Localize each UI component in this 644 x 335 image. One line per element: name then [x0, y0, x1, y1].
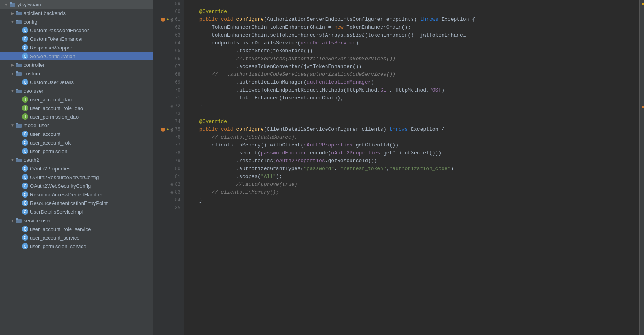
folder-icon	[9, 1, 16, 7]
sidebar-item-user_permission_dao[interactable]: Iuser_permission_dao	[0, 112, 153, 121]
sidebar-item-config[interactable]: config	[0, 17, 153, 26]
sidebar-item-OAuth2Properties[interactable]: COAuth2Properties	[0, 164, 153, 173]
class-icon: C	[22, 148, 28, 154]
interface-icon: I	[22, 96, 28, 103]
sidebar-item-apiclient-backends[interactable]: apiclient.backends	[0, 9, 153, 17]
sidebar-item-UserDetailsServiceImpl[interactable]: CUserDetailsServiceImpl	[0, 207, 153, 216]
sidebar-item-user_account_role_dao[interactable]: Iuser_account_role_dao	[0, 104, 153, 112]
folder-icon	[16, 217, 22, 223]
line-number: 59	[161, 0, 181, 8]
code-line: }	[187, 196, 636, 204]
sidebar-item-user_account_dao[interactable]: Iuser_account_dao	[0, 95, 153, 104]
annotation-marker: ●	[166, 16, 169, 24]
folder-icon	[16, 88, 22, 94]
line-number: ◉82	[161, 181, 181, 189]
interface-icon: I	[22, 113, 28, 120]
sidebar-item-oauth2[interactable]: oauth2	[0, 156, 153, 164]
sidebar-item-custom[interactable]: custom	[0, 69, 153, 78]
sidebar-item-user_account_role[interactable]: Cuser_account_role	[0, 138, 153, 147]
line-number: 74	[161, 118, 181, 126]
sidebar-item-label: user_account_service	[30, 235, 79, 241]
class-icon: C	[22, 226, 28, 232]
svg-rect-12	[16, 124, 22, 128]
class-icon: C	[22, 131, 28, 137]
sidebar-item-service-user[interactable]: service.user	[0, 216, 153, 225]
class-icon: C	[22, 191, 28, 198]
code-line: tokenEnhancerChain.setTokenEnhancers(Arr…	[187, 31, 636, 39]
sidebar-item-yb-yfw-iam[interactable]: yb.yfw.iam	[0, 0, 153, 9]
svg-rect-7	[16, 63, 18, 64]
sidebar-item-user_account[interactable]: Cuser_account	[0, 130, 153, 138]
breakpoint-dot	[161, 18, 165, 22]
sidebar-item-CustomTokenEnhancer[interactable]: CCustomTokenEnhancer	[0, 35, 153, 43]
code-line: //.tokenServices(authorizationServerToke…	[187, 55, 636, 63]
sidebar-item-label: yb.yfw.iam	[17, 2, 41, 7]
code-line: //.autoApprove(true)	[187, 181, 636, 189]
line-number: ●@75	[161, 126, 181, 134]
line-number: 84	[161, 196, 181, 204]
sidebar-item-label: user_account_dao	[30, 97, 72, 103]
sidebar-item-label: CustomTokenEnhancer	[30, 36, 83, 42]
sidebar-item-ResponseWrapper[interactable]: CResponseWrapper	[0, 43, 153, 52]
svg-rect-11	[16, 89, 18, 90]
line-number: 67	[161, 63, 181, 71]
sidebar-item-model-user[interactable]: model.user	[0, 121, 153, 130]
sidebar-item-label: oauth2	[24, 157, 39, 163]
class-icon: C	[22, 139, 28, 146]
sidebar-item-ResourceAuthenticationEntryPoint[interactable]: CResourceAuthenticationEntryPoint	[0, 199, 153, 207]
tree-arrow	[9, 158, 16, 162]
line-number: 62	[161, 24, 181, 31]
fold-indicator: ◉	[171, 189, 174, 196]
tree-arrow	[9, 218, 16, 223]
folder-icon	[16, 157, 22, 163]
svg-rect-9	[16, 71, 18, 73]
line-number: 80	[161, 165, 181, 173]
file-tree[interactable]: yb.yfw.iamapiclient.backendsconfigCCusto…	[0, 0, 153, 335]
class-icon: C	[22, 27, 28, 33]
sidebar-item-label: user_permission_service	[30, 243, 86, 249]
fold-indicator: ◉	[171, 181, 174, 189]
interface-icon: I	[22, 105, 28, 111]
code-line: @Override	[187, 8, 636, 16]
svg-rect-4	[16, 20, 22, 24]
tree-arrow	[9, 20, 16, 24]
sidebar-item-label: CustomUserDetails	[30, 79, 74, 85]
sidebar-item-user_permission[interactable]: Cuser_permission	[0, 147, 153, 156]
code-line: .authenticationManager(authenticationMan…	[187, 79, 636, 86]
line-number: ◉72	[161, 102, 181, 110]
left-gutter	[153, 0, 158, 335]
class-icon: C	[22, 234, 28, 241]
sidebar-item-user_permission_service[interactable]: Cuser_permission_service	[0, 242, 153, 251]
sidebar-item-label: user_account_role_service	[30, 226, 91, 232]
tree-arrow	[9, 89, 16, 93]
code-line: }	[187, 102, 636, 110]
sidebar-item-dao-user[interactable]: dao.user	[0, 86, 153, 95]
sidebar-item-user_account_role_service[interactable]: Cuser_account_role_service	[0, 225, 153, 233]
code-line: .secret(passwordEncoder.encode(oAuth2Pro…	[187, 149, 636, 157]
tree-arrow	[9, 63, 16, 67]
line-number: 71	[161, 94, 181, 102]
code-line: @Override	[187, 118, 636, 126]
sidebar-item-ResourceAccessDeniedHandler[interactable]: CResourceAccessDeniedHandler	[0, 190, 153, 199]
sidebar-item-controller[interactable]: controller	[0, 60, 153, 69]
right-gutter	[639, 0, 644, 335]
line-number: 66	[161, 55, 181, 63]
sidebar-item-CustomPasswordEncoder[interactable]: CCustomPasswordEncoder	[0, 26, 153, 35]
sidebar-item-label: model.user	[24, 123, 49, 128]
class-icon: C	[22, 243, 28, 249]
class-icon: C	[22, 165, 28, 172]
svg-rect-5	[16, 20, 18, 21]
line-number: 81	[161, 173, 181, 181]
sidebar-item-user_account_service[interactable]: Cuser_account_service	[0, 233, 153, 242]
line-number: 60	[161, 8, 181, 16]
sidebar-item-OAuth2WebSecurityConfig[interactable]: COAuth2WebSecurityConfig	[0, 181, 153, 190]
line-number: 65	[161, 47, 181, 55]
sidebar-item-ServerConfiguration[interactable]: CServerConfiguration	[0, 52, 153, 60]
code-line: // .authorizationCodeServices(authorizat…	[187, 71, 636, 79]
code-line: endpoints.userDetailsService(userDetails…	[187, 39, 636, 47]
sidebar-item-label: ResourceAccessDeniedHandler	[30, 192, 102, 198]
line-number: 79	[161, 157, 181, 165]
sidebar-item-CustomUserDetails[interactable]: CCustomUserDetails	[0, 78, 153, 86]
code-line: .resourceIds(oAuth2Properties.getResourc…	[187, 157, 636, 165]
sidebar-item-OAuth2ResourceServerConfig[interactable]: COAuth2ResourceServerConfig	[0, 173, 153, 181]
